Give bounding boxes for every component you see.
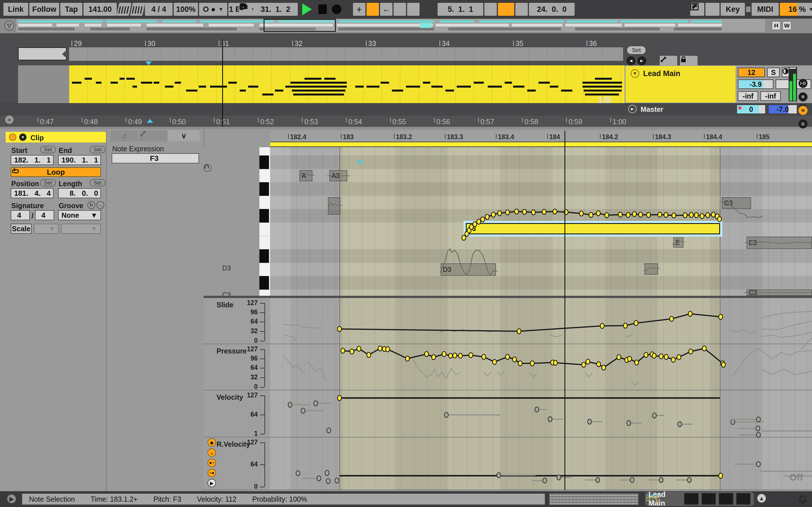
midi-note[interactable]	[645, 263, 658, 275]
track-fold-button[interactable]: ▼	[631, 69, 639, 78]
tab-notes[interactable]: ♫	[110, 130, 138, 142]
editor-insert-marker-icon[interactable]	[357, 161, 363, 165]
link-tracks-button[interactable]	[660, 56, 677, 66]
preview-headphone-button[interactable]	[204, 164, 211, 172]
side-toggle-io[interactable]: I·O	[799, 79, 808, 88]
loop-start-field[interactable]: 5. 1. 1	[438, 3, 483, 16]
punch-in-button[interactable]	[485, 3, 497, 16]
clip-end-field[interactable]: 190. 1. 1	[58, 155, 101, 165]
device-thumbnail-1[interactable]	[684, 493, 698, 505]
midi-note-g3[interactable]: G3	[722, 197, 751, 209]
punch-out-button[interactable]	[515, 3, 528, 16]
computer-midi-keyboard-button[interactable]	[705, 3, 719, 16]
loop-position-field[interactable]: 181. 4. 4	[11, 188, 54, 198]
send-a-field[interactable]: -inf	[738, 91, 758, 101]
clip-loop-button[interactable]: Loop	[11, 167, 101, 177]
midi-note-selected-f3[interactable]: F3	[466, 223, 720, 234]
solo-button[interactable]: S	[767, 68, 779, 77]
clip-fold-button[interactable]: ▼	[19, 133, 27, 141]
capture-midi-button[interactable]	[407, 3, 419, 16]
editor-beat-ruler[interactable]: 182.4183183.2183.3183.4184184.2184.3184.…	[270, 131, 812, 142]
midi-note-editor[interactable]: D3C3AA3G3EE3D3C3F3	[204, 147, 812, 296]
black-key[interactable]	[259, 209, 269, 223]
expression-tool-button-4[interactable]: –●	[207, 469, 216, 477]
black-key[interactable]	[259, 249, 269, 263]
clip-loop-bar[interactable]	[270, 142, 812, 147]
signature-numerator-field[interactable]: 4	[11, 210, 30, 220]
next-marker-button[interactable]: ►	[637, 56, 646, 65]
midi-overdub-button[interactable]: +	[353, 3, 365, 16]
scrub-area[interactable]	[69, 47, 623, 61]
stop-button[interactable]	[316, 3, 329, 16]
re-enable-automation-button[interactable]: ←	[380, 3, 393, 16]
time-signature-field[interactable]: 4 / 4	[145, 3, 172, 16]
optimize-height-button[interactable]: H	[772, 21, 780, 30]
expression-tool-button-3[interactable]: ●–	[207, 459, 216, 467]
lock-envelopes-button[interactable]	[680, 56, 698, 66]
track-activator[interactable]: 12	[738, 68, 765, 77]
master-fold-button[interactable]: ►	[628, 105, 637, 113]
scale-mode-button[interactable]: Scale	[11, 224, 32, 234]
arrangement-record-button[interactable]	[330, 3, 343, 16]
black-key[interactable]	[259, 156, 269, 169]
loop-switch[interactable]	[498, 3, 514, 16]
device-thumbnail-2[interactable]	[702, 493, 716, 505]
waveform-follow-toggle[interactable]: ≈	[4, 115, 14, 124]
set-marker-button[interactable]: Set	[626, 46, 646, 55]
optimize-width-button[interactable]: W	[783, 21, 791, 30]
black-key[interactable]	[259, 182, 269, 196]
scale-name-select[interactable]: ▼	[61, 224, 101, 234]
time-ruler[interactable]: 0:470:480:490:500:510:520:530:540:550:56…	[0, 115, 812, 127]
midi-note-e[interactable]: E	[673, 237, 683, 247]
track-name[interactable]: Lead Main	[643, 69, 680, 78]
nudge-down-button[interactable]: ||||	[116, 3, 132, 16]
lane-divider[interactable]	[204, 296, 812, 298]
lane-play-button[interactable]: ▶	[207, 479, 216, 487]
clip-activator[interactable]	[9, 133, 16, 141]
master-volume-field[interactable]: -7.0	[768, 105, 797, 114]
insert-marker-icon[interactable]	[146, 61, 152, 65]
time-selection-box[interactable]	[18, 47, 66, 60]
device-chain-preview[interactable]: Lead Main	[645, 492, 754, 506]
capture-selection-button[interactable]	[394, 3, 406, 16]
link-button[interactable]: Link	[3, 3, 28, 16]
cpu-meter[interactable]: 16 %▼	[780, 3, 812, 16]
scale-root-select[interactable]: ▼	[34, 224, 59, 234]
expression-lanes[interactable]: Slide1279664320Pressure1279664320Velocit…	[204, 298, 812, 490]
prev-marker-button[interactable]: ◄	[626, 56, 636, 65]
metronome-button[interactable]: O ●▼	[199, 3, 227, 16]
side-toggle-d[interactable]: D	[799, 119, 808, 128]
groove-amount-field[interactable]: 100%	[174, 3, 198, 16]
midi-note[interactable]	[328, 197, 340, 215]
tab-envelopes[interactable]	[139, 130, 167, 142]
key-map-mode-button[interactable]: Key	[721, 3, 745, 16]
arrangement-clip-lead-main[interactable]	[69, 65, 624, 103]
nudge-up-button[interactable]: ||||	[130, 3, 145, 16]
master-track-row[interactable]: ► Master 0 -7.0	[0, 103, 812, 115]
signature-denominator-field[interactable]: 4	[35, 210, 54, 220]
extract-groove-button[interactable]: →	[96, 201, 104, 209]
midi-note-a3[interactable]: A3	[329, 170, 347, 181]
arrangement-position-field[interactable]: 31. 1. 2	[253, 3, 298, 16]
loop-length-field[interactable]: 24. 0. 0	[529, 3, 574, 16]
tab-note-expression[interactable]: ∨	[168, 130, 200, 142]
automation-arm-button[interactable]	[366, 3, 379, 16]
tempo-field[interactable]: 141.00	[84, 3, 117, 16]
expression-tool-button-2[interactable]: ⌄	[207, 448, 216, 457]
back-to-arrangement-toggle[interactable]: ▽	[4, 21, 14, 31]
midi-note-d3[interactable]: D3	[441, 263, 496, 276]
side-toggle-r[interactable]: R	[799, 93, 808, 101]
set-end-button[interactable]: Set	[90, 146, 105, 153]
loop-length-field[interactable]: 8. 0. 0	[58, 188, 101, 198]
track-volume-field[interactable]: -3.9	[738, 79, 773, 89]
show-device-view-button[interactable]: ▲	[757, 494, 766, 503]
side-toggle-m[interactable]: M	[799, 106, 808, 115]
info-view-toggle[interactable]: ▶	[7, 494, 16, 504]
clip-start-field[interactable]: 182. 1. 1	[11, 155, 54, 165]
arrangement-overview[interactable]	[16, 18, 766, 33]
note-expression-pitch-field[interactable]: F3	[112, 153, 199, 163]
track-header-lead-main[interactable]: ▼ Lead Main 12 S -3.9 C -inf -inf	[624, 65, 812, 103]
tap-tempo-button[interactable]: Tap	[60, 3, 82, 16]
device-thumbnail-4[interactable]	[736, 493, 751, 505]
set-length-button[interactable]: Set	[90, 179, 105, 186]
